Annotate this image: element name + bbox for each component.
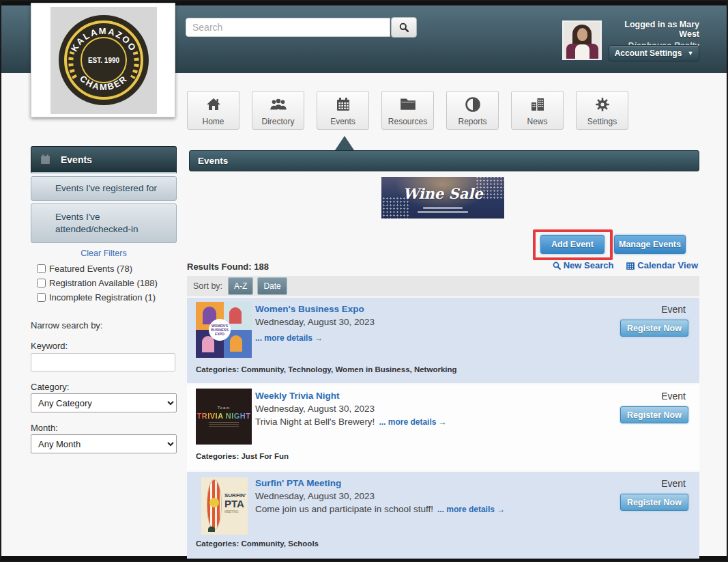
thumb-top-text: Team: [218, 406, 231, 410]
attended-events-label: Events I've attended/checked-in: [55, 211, 176, 236]
incomplete-registration-label: Incomplete Registration (1): [49, 292, 156, 303]
event-thumbnail[interactable]: Team TRIVIA NIGHT: [196, 389, 252, 445]
event-description: Trivia Night at Bell's Brewery!: [255, 417, 375, 427]
events-page-header: Events: [189, 150, 699, 171]
event-date: Wednesday, August 30, 2023: [255, 317, 375, 327]
add-event-button[interactable]: Add Event: [540, 235, 605, 254]
active-tab-pointer: [335, 136, 354, 150]
pie-chart-icon: [465, 96, 481, 113]
thumb-center-text: WOMEN'S BUSINESS EXPO: [209, 319, 231, 341]
directory-people-icon: [269, 96, 288, 113]
chamber-badge-icon: KALAMAZOO CHAMBER EST. 1990: [56, 10, 151, 111]
calendar-view-link[interactable]: Calendar View: [626, 260, 698, 270]
more-details-link[interactable]: ... more details →: [437, 505, 505, 514]
thumb-fine-print: [209, 422, 239, 427]
search-button[interactable]: [391, 17, 417, 38]
sun-graphic: [209, 498, 219, 507]
filter-registration-available[interactable]: Registration Available (188): [37, 277, 158, 289]
featured-events-checkbox[interactable]: [37, 264, 46, 273]
event-row: WOMEN'S BUSINESS EXPO Women's Business E…: [187, 298, 699, 383]
nav-home-button[interactable]: Home: [187, 91, 239, 130]
calendar-view-label: Calendar View: [637, 260, 698, 270]
nav-settings-button[interactable]: Settings: [576, 91, 628, 130]
gear-icon: [594, 96, 611, 113]
sort-by-label: Sort by:: [193, 281, 222, 291]
thumb-main-text: TRIVIA NIGHT: [197, 412, 251, 420]
nav-news-button[interactable]: News: [511, 91, 564, 130]
month-label: Month:: [31, 423, 58, 433]
event-thumbnail[interactable]: SURFIN' PTA MEETING: [201, 477, 248, 535]
nav-resources-button[interactable]: Resources: [381, 91, 434, 130]
banner-subtext-line: [418, 211, 468, 213]
more-details-link[interactable]: ... more details →: [379, 417, 446, 427]
event-thumbnail[interactable]: WOMEN'S BUSINESS EXPO: [196, 302, 252, 358]
featured-events-label: Featured Events (78): [49, 264, 132, 274]
registration-available-label: Registration Available (188): [49, 278, 158, 288]
register-now-button[interactable]: Register Now: [620, 494, 688, 511]
search-input[interactable]: [186, 18, 390, 37]
avatar: [562, 20, 602, 60]
registration-available-checkbox[interactable]: [37, 279, 46, 287]
more-details-link[interactable]: ... more details →: [255, 333, 323, 343]
logged-in-as-text: Logged in as Mary West: [609, 20, 699, 39]
month-select[interactable]: Any Month: [31, 434, 177, 453]
sidebar-events-title: Events: [61, 154, 92, 165]
nav-home-label: Home: [202, 117, 224, 126]
search-icon: [552, 261, 562, 270]
incomplete-registration-checkbox[interactable]: [37, 293, 46, 302]
chevron-down-icon: ▼: [687, 50, 693, 57]
logo-center-text: EST. 1990: [88, 57, 120, 64]
account-settings-label: Account Settings: [615, 48, 682, 58]
clear-filters-link[interactable]: Clear Filters: [31, 249, 177, 258]
account-settings-button[interactable]: Account Settings ▼: [609, 45, 699, 61]
event-title-link[interactable]: Weekly Trivia Night: [255, 391, 340, 401]
calendar-grid-icon: [626, 261, 635, 270]
folder-icon: [399, 96, 417, 111]
sort-date-button[interactable]: Date: [257, 277, 287, 295]
nav-news-label: News: [527, 117, 547, 126]
sidebar-registered-events-button[interactable]: Events I've registered for: [31, 176, 177, 201]
new-search-label: New Search: [564, 260, 614, 270]
keyword-label: Keyword:: [31, 341, 68, 351]
event-type-label: Event: [661, 391, 686, 402]
event-type-label: Event: [661, 304, 686, 315]
nav-resources-label: Resources: [388, 117, 427, 126]
nav-reports-label: Reports: [458, 117, 486, 126]
nav-directory-button[interactable]: Directory: [252, 91, 304, 130]
wine-sale-banner-title: Wine Sale: [381, 185, 504, 202]
sort-az-button[interactable]: A-Z: [228, 277, 253, 295]
chamber-logo-image: KALAMAZOO CHAMBER EST. 1990: [50, 7, 157, 114]
banner-subtext-line: [423, 207, 463, 209]
quick-links: New Search Calendar View: [552, 260, 698, 270]
sort-bar: Sort by: A-Z Date: [187, 276, 699, 296]
chamber-logo-card: KALAMAZOO CHAMBER EST. 1990: [31, 3, 175, 117]
buildings-icon: [529, 96, 546, 113]
avatar-face: [577, 28, 587, 41]
event-categories: Categories: Community, Technology, Women…: [196, 365, 457, 374]
nav-events-button[interactable]: Events: [317, 91, 369, 130]
sidebar-attended-events-button[interactable]: Events I've attended/checked-in: [31, 203, 177, 243]
nav-events-label: Events: [330, 117, 355, 126]
sidebar-events-header: Events: [31, 146, 177, 173]
event-title-link[interactable]: Surfin' PTA Meeting: [255, 478, 341, 488]
register-now-button[interactable]: Register Now: [620, 320, 688, 337]
category-select[interactable]: Any Category: [31, 393, 177, 412]
narrow-search-label: Narrow search by:: [31, 320, 102, 331]
event-row: SURFIN' PTA MEETING Surfin' PTA Meeting …: [187, 472, 699, 559]
thumb-text-line: PTA: [224, 498, 246, 509]
avatar-shirt: [575, 44, 589, 59]
manage-events-button[interactable]: Manage Events: [614, 235, 686, 254]
filter-incomplete-registration[interactable]: Incomplete Registration (1): [37, 292, 156, 303]
filter-featured-events[interactable]: Featured Events (78): [37, 263, 132, 275]
new-search-link[interactable]: New Search: [552, 260, 614, 270]
event-type-label: Event: [661, 478, 686, 489]
event-categories: Categories: Community, Schools: [196, 539, 319, 548]
event-title-link[interactable]: Women's Business Expo: [255, 304, 364, 314]
home-icon: [205, 96, 222, 113]
event-description: Come join us and participate in school s…: [255, 504, 433, 514]
nav-reports-button[interactable]: Reports: [446, 91, 499, 130]
wine-sale-banner[interactable]: Wine Sale: [381, 177, 504, 219]
member-portal-page: KALAMAZOO CHAMBER EST. 1990 Logged in as…: [0, 0, 728, 562]
register-now-button[interactable]: Register Now: [620, 406, 688, 423]
keyword-input[interactable]: [31, 353, 175, 371]
